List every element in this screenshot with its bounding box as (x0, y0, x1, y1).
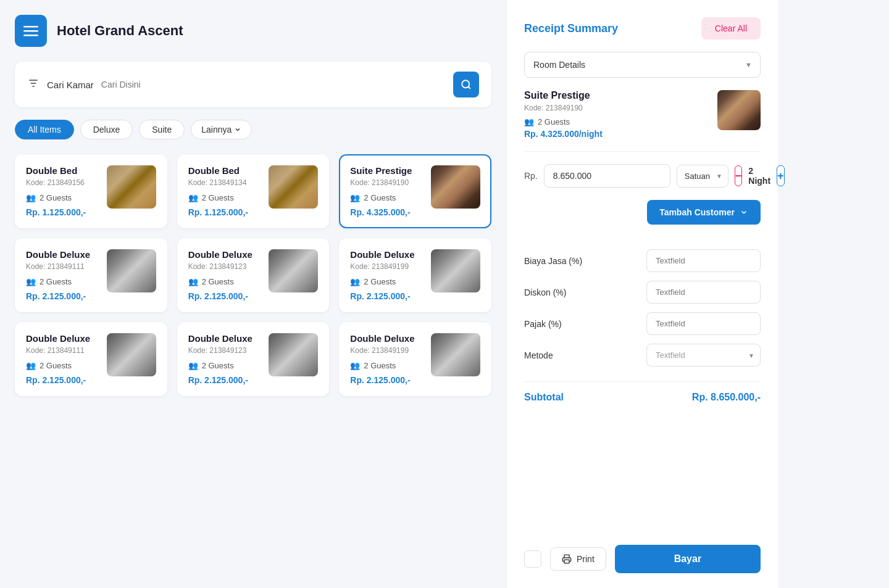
receipt-title: Receipt Summary (524, 22, 618, 35)
room-name: Double Deluxe (350, 249, 424, 260)
room-code: Kode: 213849190 (350, 178, 424, 187)
svg-point-6 (462, 80, 469, 88)
room-price: Rp. 2.125.000,- (350, 291, 424, 301)
quantity-plus-button[interactable]: + (777, 165, 785, 186)
room-name: Double Deluxe (350, 333, 424, 344)
room-guests: 👥 2 Guests (350, 277, 424, 286)
filter-tabs: All Items Deluxe Suite Lainnya (15, 120, 491, 139)
svg-rect-8 (564, 560, 569, 563)
guests-icon: 👥 (188, 361, 198, 370)
selected-room-image (717, 90, 761, 130)
selected-room-display: Suite Prestige Kode: 213849190 👥 2 Guest… (524, 90, 761, 152)
pajak-label: Pajak (%) (524, 319, 562, 329)
room-image (269, 165, 318, 209)
room-code: Kode: 213849111 (26, 262, 99, 271)
selected-room-price: Rp. 4.325.000/night (524, 129, 710, 139)
room-price: Rp. 1.125.000,- (188, 207, 262, 217)
room-name: Double Bed (26, 165, 99, 176)
room-name: Suite Prestige (350, 165, 424, 176)
bayar-button[interactable]: Bayar (615, 545, 761, 573)
subtotal-row: Subtotal Rp. 8.650.000,- (524, 392, 761, 403)
diskon-label: Diskon (%) (524, 288, 566, 297)
subtotal-value: Rp. 8.650.000,- (692, 392, 761, 403)
guests-icon: 👥 (350, 193, 360, 202)
app-title: Hotel Grand Ascent (57, 23, 183, 39)
room-guests: 👥 2 Guests (26, 361, 99, 370)
room-card[interactable]: Double Deluxe Kode: 213849123 👥 2 Guests… (177, 238, 330, 312)
clear-all-button[interactable]: Clear All (701, 17, 761, 39)
room-card[interactable]: Double Deluxe Kode: 213849123 👥 2 Guests… (177, 322, 330, 396)
quantity-row: Rp. Satuan − 2 Night + (524, 164, 761, 188)
rp-label: Rp. (524, 171, 538, 181)
room-details-select[interactable]: Room Details (524, 52, 761, 78)
metode-select[interactable]: Textfield (646, 344, 761, 366)
tab-suite[interactable]: Suite (139, 120, 185, 139)
room-price: Rp. 2.125.000,- (350, 375, 424, 385)
selected-room-guests: 👥 2 Guests (524, 117, 710, 126)
metode-select-wrapper: Textfield (646, 344, 761, 366)
selected-room-code: Kode: 213849190 (524, 104, 710, 112)
room-image (431, 333, 480, 376)
add-customer-row: Tambah Customer (524, 200, 761, 237)
tab-deluxe[interactable]: Deluxe (80, 120, 133, 139)
room-grid: Double Bed Kode: 213849156 👥 2 Guests Rp… (15, 154, 491, 396)
svg-rect-1 (23, 30, 38, 32)
room-card[interactable]: Double Deluxe Kode: 213849199 👥 2 Guests… (339, 322, 491, 396)
room-card[interactable]: Double Bed Kode: 213849134 👥 2 Guests Rp… (177, 154, 330, 228)
room-card[interactable]: Double Bed Kode: 213849156 👥 2 Guests Rp… (15, 154, 167, 228)
add-customer-button[interactable]: Tambah Customer (647, 200, 761, 225)
room-image (269, 333, 318, 376)
pajak-input[interactable] (646, 312, 761, 335)
filter-icon (27, 77, 40, 93)
search-label: Cari Kamar (47, 80, 94, 90)
room-details-select-wrapper: Room Details (524, 52, 761, 78)
print-button[interactable]: Print (550, 547, 606, 571)
room-card-selected[interactable]: Suite Prestige Kode: 213849190 👥 2 Guest… (339, 154, 491, 228)
quantity-minus-button[interactable]: − (735, 165, 743, 186)
room-guests: 👥 2 Guests (350, 361, 424, 370)
receipt-panel: Receipt Summary Clear All Room Details S… (506, 0, 778, 588)
print-checkbox[interactable] (524, 550, 541, 568)
room-name: Double Deluxe (26, 333, 99, 344)
room-code: Kode: 213849123 (188, 262, 262, 271)
room-card[interactable]: Double Deluxe Kode: 213849111 👥 2 Guests… (15, 238, 167, 312)
diskon-input[interactable] (646, 281, 761, 304)
room-price: Rp. 2.125.000,- (26, 375, 99, 385)
biaya-jasa-label: Biaya Jasa (%) (524, 256, 582, 266)
room-guests: 👥 2 Guests (26, 277, 99, 286)
svg-rect-2 (23, 35, 38, 36)
search-bar: Cari Kamar (15, 62, 491, 107)
room-card[interactable]: Double Deluxe Kode: 213849199 👥 2 Guests… (339, 238, 491, 312)
room-guests: 👥 2 Guests (188, 361, 262, 370)
tab-all-items[interactable]: All Items (15, 120, 74, 139)
search-input[interactable] (101, 80, 446, 89)
room-name: Double Deluxe (188, 249, 262, 260)
night-count: 2 Night (748, 166, 770, 186)
metode-row: Metode Textfield (524, 344, 761, 366)
guests-icon: 👥 (350, 277, 360, 286)
guests-icon: 👥 (188, 277, 198, 286)
bottom-actions: Print Bayar (524, 545, 761, 573)
unit-select-wrapper: Satuan (677, 165, 728, 188)
room-code: Kode: 213849111 (26, 346, 99, 355)
room-card[interactable]: Double Deluxe Kode: 213849111 👥 2 Guests… (15, 322, 167, 396)
room-image (269, 249, 318, 292)
guests-icon: 👥 (26, 361, 36, 370)
room-name: Double Deluxe (26, 249, 99, 260)
room-code: Kode: 213849199 (350, 262, 424, 271)
tab-more[interactable]: Lainnya (191, 120, 252, 139)
room-price: Rp. 2.125.000,- (26, 291, 99, 301)
room-guests: 👥 2 Guests (26, 193, 99, 202)
guests-icon: 👥 (350, 361, 360, 370)
unit-select[interactable]: Satuan (677, 165, 728, 188)
room-price: Rp. 2.125.000,- (188, 375, 262, 385)
amount-input[interactable] (544, 164, 670, 188)
receipt-header: Receipt Summary Clear All (524, 17, 761, 39)
room-image (431, 249, 480, 292)
room-code: Kode: 213849156 (26, 178, 99, 187)
print-label: Print (577, 554, 595, 564)
guests-icon: 👥 (188, 193, 198, 202)
menu-button[interactable] (15, 15, 47, 47)
search-button[interactable] (453, 72, 479, 97)
biaya-jasa-input[interactable] (646, 249, 761, 272)
